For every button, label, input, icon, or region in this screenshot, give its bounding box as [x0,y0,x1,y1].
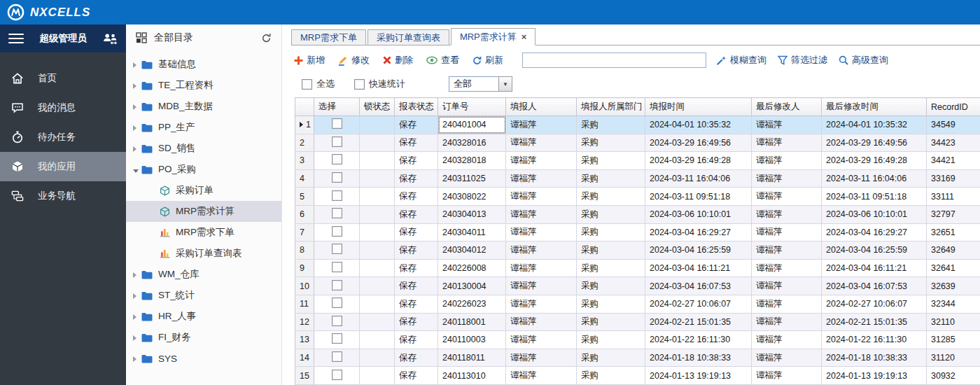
column-header[interactable]: 选择 [314,98,360,116]
sidebar-item-apps[interactable]: 我的应用 [0,152,126,181]
add-button[interactable]: 新增 [294,54,325,66]
cell-modify-time: 2024-01-18 10:38:33 [822,349,927,367]
caret-right-icon[interactable] [133,354,141,364]
table-row[interactable]: 2保存240328016谭福萍采购2024-03-29 16:49:56谭福萍2… [295,134,980,152]
tree-node[interactable]: SYS [126,348,281,369]
view-button[interactable]: 查看 [426,54,459,66]
tab-1[interactable]: 采购订单查询表 [368,29,449,45]
column-header[interactable]: 填报时间 [645,98,752,116]
selected-row-marker-icon [300,122,303,127]
row-checkbox[interactable] [332,208,342,218]
column-header[interactable]: 报表状态 [395,98,438,116]
chevron-down-icon[interactable]: ▼ [498,76,512,92]
column-header[interactable]: 订单号 [438,98,506,116]
row-checkbox[interactable] [332,351,342,362]
menu-toggle-icon[interactable] [8,34,24,43]
caret-right-icon[interactable] [133,270,141,280]
sidebar-item-home[interactable]: 首页 [0,64,126,93]
table-row[interactable]: 4保存240311025谭福萍采购2024-03-11 16:04:06谭福萍2… [295,169,980,188]
tree-node[interactable]: 基础信息 [126,54,281,75]
row-checkbox[interactable] [332,370,342,380]
row-checkbox[interactable] [332,190,342,201]
quick-stats-checkbox[interactable] [354,79,365,90]
tree-node[interactable]: SD_销售 [126,138,281,159]
row-number-cell: 14 [295,349,314,367]
row-checkbox[interactable] [332,262,342,272]
close-icon[interactable]: × [522,32,527,41]
tree-node[interactable]: FI_财务 [126,327,281,348]
advanced-query-button[interactable]: 高级查询 [839,54,888,66]
edit-button[interactable]: 修改 [338,54,370,66]
table-row[interactable]: 3保存240328018谭福萍采购2024-03-29 16:49:28谭福萍2… [295,152,980,170]
sidebar-item-nav[interactable]: 业务导航 [0,181,126,211]
table-row[interactable]: 9保存240226008谭福萍采购2024-03-04 16:11:21谭福萍2… [295,259,980,277]
caret-right-icon[interactable] [133,144,141,154]
column-header[interactable]: 最后修改时间 [822,98,927,116]
column-header[interactable]: 锁状态 [360,98,395,116]
row-checkbox[interactable] [332,136,342,147]
tree-node[interactable]: TE_工程资料 [126,75,281,96]
table-row[interactable]: 14保存240118011谭福萍采购2024-01-18 10:38:33谭福萍… [295,349,980,367]
search-input[interactable] [522,52,706,68]
filter-button[interactable]: 筛选过滤 [778,54,827,66]
refresh-button[interactable]: 刷新 [472,54,503,66]
switch-user-icon[interactable] [102,33,118,45]
tree-node[interactable]: 采购订单 [126,180,281,201]
row-number-header[interactable] [295,98,314,116]
table-row[interactable]: 11保存240226023谭福萍采购2024-02-27 10:06:07谭福萍… [295,295,980,313]
table-row[interactable]: 8保存240304012谭福萍采购2024-03-04 16:25:59谭福萍2… [295,241,980,260]
row-checkbox[interactable] [332,118,342,129]
tree-node[interactable]: MDB_主数据 [126,96,281,117]
tree-node[interactable]: PO_采购 [126,159,281,180]
table-row[interactable]: 5保存240308022谭福萍采购2024-03-11 09:51:18谭福萍2… [295,188,980,206]
caret-right-icon[interactable] [133,122,141,133]
column-header[interactable]: 最后修改人 [752,98,822,116]
caret-right-icon[interactable] [133,290,141,301]
table-row[interactable]: 1保存240401004谭福萍采购2024-04-01 10:35:32谭福萍2… [295,116,980,134]
row-checkbox[interactable] [332,298,342,308]
table-row[interactable]: 10保存240130004谭福萍采购2024-03-04 16:07:53谭福萍… [295,277,980,295]
column-header[interactable]: 填报人所属部门 [577,98,645,116]
row-checkbox[interactable] [332,172,342,183]
tree-refresh-icon[interactable] [261,33,272,43]
tree-node[interactable]: HR_人事 [126,306,281,327]
caret-right-icon[interactable] [133,59,141,70]
delete-button[interactable]: 删除 [383,54,413,66]
row-checkbox[interactable] [332,226,342,237]
caret-down-icon[interactable] [133,164,141,175]
tree-node[interactable]: MRP需求下单 [126,222,281,243]
sidebar-item-tasks[interactable]: 待办任务 [0,122,126,152]
row-checkbox[interactable] [332,316,342,326]
cell-modify-time: 2024-01-22 16:11:30 [822,331,927,349]
table-row[interactable]: 13保存240110003谭福萍采购2024-01-22 16:11:30谭福萍… [295,331,980,349]
select-all-checkbox[interactable] [302,79,312,90]
table-row[interactable]: 15保存240113010谭福萍采购2024-01-13 19:19:13谭福萍… [295,367,980,385]
tree-node[interactable]: 采购订单查询表 [126,243,281,264]
row-checkbox[interactable] [332,154,342,164]
cell-record-id: 31285 [927,331,980,349]
fuzzy-query-button[interactable]: 模糊查询 [716,54,766,66]
table-row[interactable]: 7保存240304011谭福萍采购2024-03-04 16:29:27谭福萍2… [295,223,980,241]
caret-right-icon[interactable] [133,80,141,91]
tab-2[interactable]: MRP需求计算× [451,28,536,46]
caret-right-icon[interactable] [133,102,141,112]
cell-record-id: 32649 [927,241,980,260]
caret-right-icon[interactable] [133,332,141,343]
tab-0[interactable]: MRP需求下单 [291,29,366,45]
row-checkbox[interactable] [332,333,342,344]
tree-node[interactable]: WM_仓库 [126,264,281,285]
sidebar-item-messages[interactable]: 我的消息 [0,93,126,122]
table-row[interactable]: 6保存240304013谭福萍采购2024-03-06 10:10:01谭福萍2… [295,205,980,223]
column-header[interactable]: RecordID [927,98,980,116]
row-checkbox[interactable] [332,244,342,254]
caret-right-icon[interactable] [133,312,141,322]
tree-node[interactable]: ST_统计 [126,285,281,306]
tree-node[interactable]: MRP需求计算 [126,201,281,222]
row-checkbox[interactable] [332,280,342,290]
table-row[interactable]: 12保存240118001谭福萍采购2024-02-21 15:01:35谭福萍… [295,313,980,331]
cell-record-id: 32344 [927,295,980,313]
tree-node[interactable]: PP_生产 [126,117,281,138]
scope-combobox[interactable]: 全部 ▼ [449,76,512,92]
scope-combobox-value[interactable]: 全部 [449,76,498,92]
column-header[interactable]: 填报人 [506,98,577,116]
